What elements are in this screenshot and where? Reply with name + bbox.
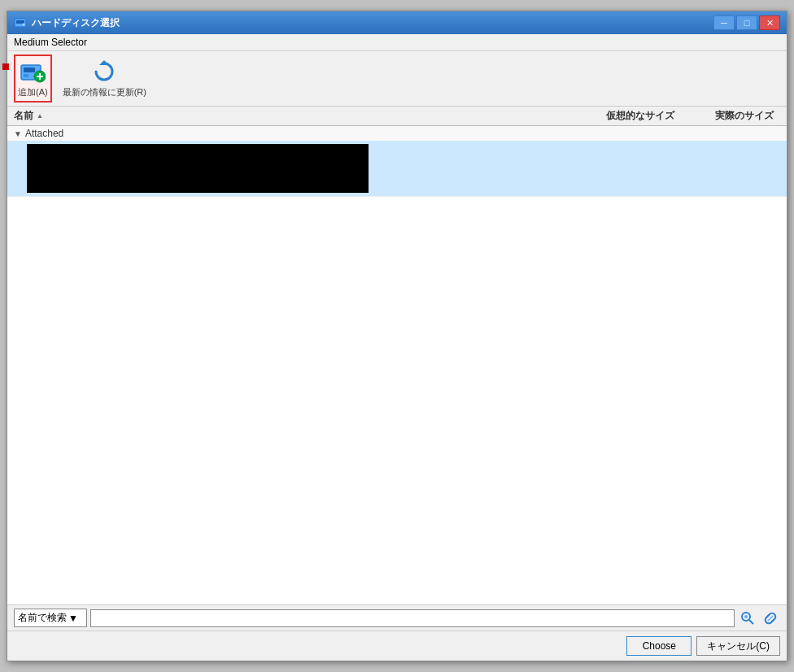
minimize-button[interactable]: ─ <box>713 15 735 30</box>
add-icon <box>20 59 46 85</box>
search-bar: 名前で検索 ▼ <box>7 604 787 631</box>
cancel-button[interactable]: キャンセル(C) <box>696 636 780 656</box>
add-button[interactable]: 追加(A) <box>14 55 52 103</box>
choose-button[interactable]: Choose <box>626 636 691 656</box>
window-icon <box>14 16 27 29</box>
svg-line-11 <box>749 620 753 624</box>
refresh-button-label: 最新の情報に更新(R) <box>63 86 146 98</box>
toolbar: 追加(A) 最新の情報に更新(R) <box>7 51 787 107</box>
table-body[interactable]: ▼ Attached <box>7 126 787 604</box>
sort-arrow-icon: ▲ <box>37 112 43 120</box>
col-name-header: 名前 ▲ <box>14 109 569 123</box>
item-virtual-size <box>575 141 681 196</box>
search-type-chevron: ▼ <box>68 613 78 624</box>
maximize-button[interactable]: □ <box>736 15 757 30</box>
group-label: Attached <box>25 128 63 139</box>
svg-point-12 <box>744 615 748 618</box>
col-virtual-size-header: 仮想的なサイズ <box>569 109 674 123</box>
red-dot-indicator <box>2 63 9 70</box>
svg-rect-4 <box>24 68 35 72</box>
main-window: ハードディスク選択 ─ □ ✕ Medium Selector <box>7 11 787 661</box>
search-type-label: 名前で検索 <box>18 611 67 625</box>
search-go-button[interactable] <box>738 609 757 627</box>
svg-line-13 <box>768 616 773 621</box>
table-row[interactable] <box>7 141 787 197</box>
action-buttons: Choose キャンセル(C) <box>7 631 787 661</box>
title-bar-left: ハードディスク選択 <box>14 16 120 30</box>
svg-rect-1 <box>16 20 24 24</box>
group-attached: ▼ Attached <box>7 126 787 141</box>
refresh-icon <box>91 59 117 85</box>
window-title: ハードディスク選択 <box>32 16 120 30</box>
svg-point-2 <box>23 24 25 26</box>
tree-toggle-icon[interactable]: ▼ <box>14 129 22 138</box>
search-type-select[interactable]: 名前で検索 ▼ <box>14 609 87 627</box>
search-link-button[interactable] <box>761 609 780 627</box>
item-name-cell <box>7 141 575 196</box>
menu-medium-selector: Medium Selector <box>14 37 87 48</box>
svg-marker-9 <box>99 60 109 65</box>
title-buttons: ─ □ ✕ <box>713 15 780 30</box>
refresh-button[interactable]: 最新の情報に更新(R) <box>59 55 151 103</box>
col-actual-size-header: 実際のサイズ <box>674 109 780 123</box>
item-thumbnail <box>27 144 369 193</box>
title-bar: ハードディスク選択 ─ □ ✕ <box>7 11 787 34</box>
item-actual-size <box>681 141 787 196</box>
table-header: 名前 ▲ 仮想的なサイズ 実際のサイズ <box>7 107 787 126</box>
search-link-icon <box>763 611 778 626</box>
content-area: 名前 ▲ 仮想的なサイズ 実際のサイズ ▼ Attached <box>7 107 787 604</box>
svg-rect-5 <box>24 74 28 77</box>
add-button-label: 追加(A) <box>18 86 48 98</box>
search-input[interactable] <box>90 609 735 627</box>
search-go-icon <box>740 611 755 626</box>
close-button[interactable]: ✕ <box>759 15 780 30</box>
menu-bar: Medium Selector <box>7 34 787 51</box>
